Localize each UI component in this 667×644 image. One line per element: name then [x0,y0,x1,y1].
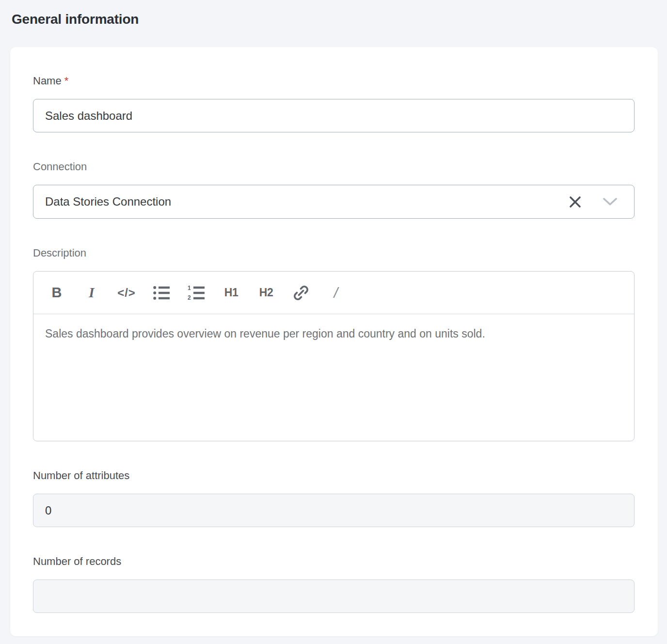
unordered-list-icon [153,286,170,300]
records-field-group: Number of records [33,554,635,613]
editor-toolbar: B I </> [33,272,634,314]
attributes-label: Number of attributes [33,468,635,483]
svg-text:2: 2 [188,294,191,301]
link-icon [292,284,310,302]
italic-icon: I [89,285,94,301]
description-label: Description [33,246,635,260]
bold-button[interactable]: B [39,278,74,307]
svg-text:1: 1 [188,285,191,291]
attributes-input [33,494,635,527]
records-input [33,580,635,613]
description-rich-text-editor: B I </> [33,271,635,441]
divider-button[interactable]: / [318,278,353,307]
records-label: Number of records [33,554,635,569]
heading1-button[interactable]: H1 [214,278,249,307]
clear-selection-button[interactable] [568,195,582,209]
connection-label: Connection [33,160,635,174]
connection-selected-value: Data Stories Connection [45,195,568,209]
name-input[interactable] [33,99,635,132]
page-title: General information [0,0,667,27]
bold-icon: B [52,285,62,301]
link-button[interactable] [284,278,318,307]
heading2-button[interactable]: H2 [249,278,284,307]
connection-field-group: Connection Data Stories Connection [33,160,635,219]
h1-icon: H1 [224,286,238,299]
ordered-list-icon: 1 2 [188,285,205,301]
h2-icon: H2 [259,286,273,299]
required-asterisk: * [64,75,69,87]
unordered-list-button[interactable] [144,278,179,307]
description-field-group: Description B I </> [33,246,635,441]
close-icon [568,195,582,209]
general-information-card: Name* Connection Data Stories Connection [10,47,658,636]
name-label-text: Name [33,75,62,87]
code-button[interactable]: </> [109,278,144,307]
name-field-group: Name* [33,74,635,132]
code-icon: </> [117,286,136,300]
italic-button[interactable]: I [74,278,109,307]
ordered-list-button[interactable]: 1 2 [179,278,214,307]
name-label: Name* [33,74,635,88]
description-content[interactable]: Sales dashboard provides overview on rev… [33,314,634,441]
chevron-down-icon [603,197,618,206]
attributes-field-group: Number of attributes [33,468,635,527]
connection-select[interactable]: Data Stories Connection [33,185,635,219]
dropdown-toggle-button[interactable] [603,197,618,206]
slash-icon: / [334,285,338,301]
